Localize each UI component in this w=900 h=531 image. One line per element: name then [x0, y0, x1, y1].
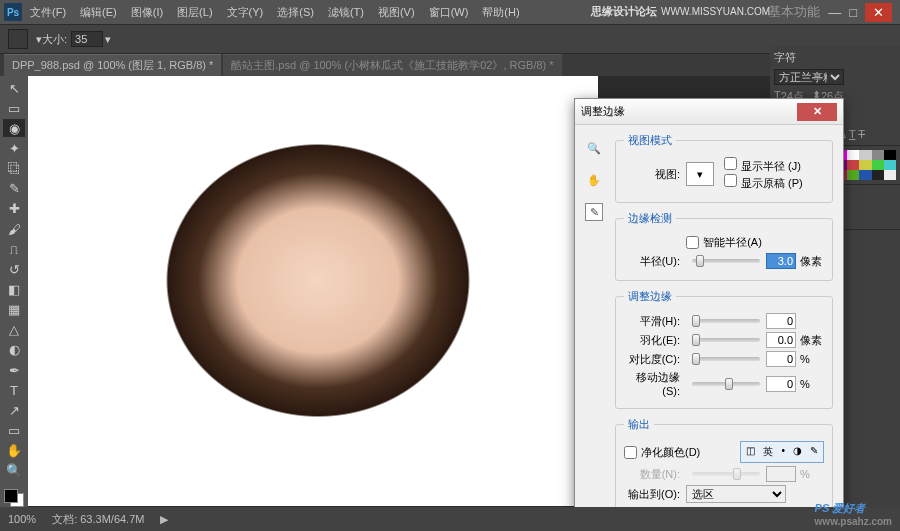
- feather-input[interactable]: [766, 332, 796, 348]
- feather-label: 羽化(E):: [624, 333, 680, 348]
- shift-input[interactable]: [766, 376, 796, 392]
- doc-size-value: 文档: 63.3M/64.7M: [52, 512, 144, 527]
- document-tabs: DPP_988.psd @ 100% (图层 1, RGB/8) * 酷站主图.…: [0, 54, 900, 76]
- tab-doc-2[interactable]: 酷站主图.psd @ 100% (小树林瓜式《施工技能教学02》, RGB/8)…: [223, 54, 561, 76]
- radius-slider[interactable]: [692, 259, 760, 263]
- workspace-label[interactable]: 基本功能: [768, 3, 820, 21]
- chevron-right-icon[interactable]: ▶: [160, 513, 168, 526]
- pen-tool-icon[interactable]: ✒: [3, 361, 25, 379]
- wand-tool-icon[interactable]: ✦: [3, 139, 25, 157]
- output-group: 输出 净化颜色(D) ◫英•◑✎ 数量(N):% 输出到(O):选区: [615, 417, 833, 515]
- window-minimize-icon[interactable]: —: [828, 5, 841, 20]
- menu-view[interactable]: 视图(V): [378, 5, 415, 20]
- shift-label: 移动边缘(S):: [624, 370, 680, 397]
- type-tool-icon[interactable]: T: [3, 381, 25, 399]
- canvas[interactable]: [28, 76, 598, 506]
- eyedropper-tool-icon[interactable]: ✎: [3, 180, 25, 198]
- hand-tool-icon[interactable]: ✋: [3, 442, 25, 460]
- move-tool-icon[interactable]: ↖: [3, 79, 25, 97]
- photo-cutout: [68, 96, 568, 506]
- menu-select[interactable]: 选择(S): [277, 5, 314, 20]
- path-tool-icon[interactable]: ↗: [3, 401, 25, 419]
- lasso-tool-icon[interactable]: ◉: [3, 119, 25, 137]
- stamp-tool-icon[interactable]: ⎍: [3, 240, 25, 258]
- zoom-tool-icon[interactable]: 🔍: [3, 462, 25, 480]
- toolbox: ↖ ▭ ◉ ✦ ⿻ ✎ ✚ 🖌 ⎍ ↺ ◧ ▦ △ ◐ ✒ T ↗ ▭ ✋ 🔍: [0, 76, 28, 507]
- menu-edit[interactable]: 编辑(E): [80, 5, 117, 20]
- menu-image[interactable]: 图像(I): [131, 5, 163, 20]
- output-to-select[interactable]: 选区: [686, 485, 786, 503]
- current-tool-icon[interactable]: [8, 29, 28, 49]
- smooth-slider[interactable]: [692, 319, 760, 323]
- edge-detect-legend: 边缘检测: [624, 211, 676, 226]
- dialog-titlebar[interactable]: 调整边缘 ✕: [575, 99, 843, 125]
- dodge-tool-icon[interactable]: ◐: [3, 341, 25, 359]
- zoom-icon[interactable]: 🔍: [585, 139, 603, 157]
- dialog-close-icon[interactable]: ✕: [797, 103, 837, 121]
- smart-radius-label: 智能半径(A): [703, 235, 762, 250]
- edge-detect-group: 边缘检测 智能半径(A) 半径(U): 像素: [615, 211, 833, 281]
- fg-color-icon[interactable]: [4, 489, 18, 503]
- amount-label: 数量(N):: [624, 467, 680, 482]
- output-legend: 输出: [624, 417, 654, 432]
- smooth-label: 平滑(H):: [624, 314, 680, 329]
- zoom-value[interactable]: 100%: [8, 513, 36, 525]
- font-select[interactable]: 方正兰亭粗..: [774, 69, 844, 85]
- menu-file[interactable]: 文件(F): [30, 5, 66, 20]
- feather-slider[interactable]: [692, 338, 760, 342]
- amount-slider: [692, 472, 760, 476]
- heal-tool-icon[interactable]: ✚: [3, 200, 25, 218]
- view-label: 视图:: [624, 167, 680, 182]
- brush-tool-icon[interactable]: 🖌: [3, 220, 25, 238]
- show-radius-label: 显示半径 (J): [741, 160, 801, 172]
- marquee-tool-icon[interactable]: ▭: [3, 99, 25, 117]
- amount-input: [766, 466, 796, 482]
- char-panel-tab[interactable]: 字符: [774, 50, 896, 65]
- size-label: 大小:: [42, 32, 67, 47]
- output-to-label: 输出到(O):: [624, 487, 680, 502]
- refine-brush-icon[interactable]: ✎: [585, 203, 603, 221]
- contrast-input[interactable]: [766, 351, 796, 367]
- gradient-tool-icon[interactable]: ▦: [3, 301, 25, 319]
- shift-slider[interactable]: [692, 382, 760, 386]
- window-close-icon[interactable]: ✕: [865, 3, 892, 22]
- size-input[interactable]: [71, 31, 103, 47]
- unit-px: 像素: [800, 254, 824, 269]
- window-maximize-icon[interactable]: □: [849, 5, 857, 20]
- output-mode-buttons[interactable]: ◫英•◑✎: [740, 441, 824, 463]
- menu-bar: Ps 文件(F) 编辑(E) 图像(I) 图层(L) 文字(Y) 选择(S) 滤…: [0, 0, 900, 24]
- show-original-check[interactable]: [724, 174, 737, 187]
- options-bar: ▾ 大小: ▾: [0, 24, 900, 54]
- crop-tool-icon[interactable]: ⿻: [3, 160, 25, 178]
- dialog-title: 调整边缘: [581, 104, 625, 119]
- refine-edge-dialog: 调整边缘 ✕ 🔍 ✋ ✎ 视图模式 视图: ▾ 显示半径 (J) 显示原稿 (P…: [574, 98, 844, 531]
- contrast-slider[interactable]: [692, 357, 760, 361]
- menu-filter[interactable]: 滤镜(T): [328, 5, 364, 20]
- radius-input[interactable]: [766, 253, 796, 269]
- tab-doc-1[interactable]: DPP_988.psd @ 100% (图层 1, RGB/8) *: [4, 54, 221, 76]
- smart-radius-check[interactable]: [686, 236, 699, 249]
- chevron-down-icon[interactable]: ▾: [105, 33, 111, 46]
- color-swatch[interactable]: [4, 489, 24, 507]
- adjust-edge-group: 调整边缘 平滑(H): 羽化(E):像素 对比度(C):% 移动边缘(S):%: [615, 289, 833, 409]
- ps-logo-icon: Ps: [4, 3, 22, 21]
- menu-help[interactable]: 帮助(H): [482, 5, 519, 20]
- view-mode-group: 视图模式 视图: ▾ 显示半径 (J) 显示原稿 (P): [615, 133, 833, 203]
- hand-icon[interactable]: ✋: [585, 171, 603, 189]
- view-mode-picker[interactable]: ▾: [686, 162, 714, 186]
- history-brush-icon[interactable]: ↺: [3, 260, 25, 278]
- view-mode-legend: 视图模式: [624, 133, 676, 148]
- decon-check[interactable]: [624, 446, 637, 459]
- menu-layer[interactable]: 图层(L): [177, 5, 212, 20]
- eraser-tool-icon[interactable]: ◧: [3, 280, 25, 298]
- smooth-input[interactable]: [766, 313, 796, 329]
- radius-label: 半径(U):: [624, 254, 680, 269]
- blur-tool-icon[interactable]: △: [3, 321, 25, 339]
- show-original-label: 显示原稿 (P): [741, 177, 803, 189]
- menu-window[interactable]: 窗口(W): [429, 5, 469, 20]
- menu-type[interactable]: 文字(Y): [227, 5, 264, 20]
- show-radius-check[interactable]: [724, 157, 737, 170]
- shape-tool-icon[interactable]: ▭: [3, 421, 25, 439]
- status-bar: 100% 文档: 63.3M/64.7M ▶: [0, 507, 900, 531]
- adjust-edge-legend: 调整边缘: [624, 289, 676, 304]
